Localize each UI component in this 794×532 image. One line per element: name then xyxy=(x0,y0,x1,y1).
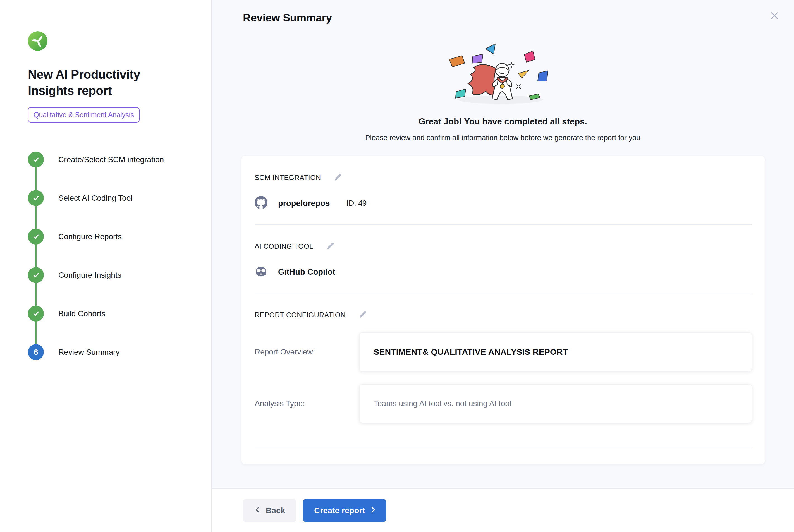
back-button[interactable]: Back xyxy=(243,499,296,522)
analysis-type-row: Analysis Type: Teams using AI tool vs. n… xyxy=(254,384,752,423)
report-configuration-heading: REPORT CONFIGURATION xyxy=(254,311,346,319)
step-completed-check-icon xyxy=(28,190,44,206)
step-current-number-badge: 6 xyxy=(28,344,44,360)
scm-integration-row: propelorepos ID: 49 xyxy=(254,196,752,210)
wizard-title: New AI Productivity Insights report xyxy=(28,66,179,99)
github-icon xyxy=(254,196,267,210)
step-completed-check-icon xyxy=(28,267,44,283)
chevron-right-icon xyxy=(370,506,377,515)
close-icon[interactable] xyxy=(768,10,781,22)
chevron-left-icon xyxy=(254,506,261,515)
step-completed-check-icon xyxy=(28,152,44,168)
edit-report-configuration-button[interactable] xyxy=(358,310,367,320)
completion-message: Great Job! You have completed all steps. xyxy=(212,117,794,127)
card-divider xyxy=(254,447,752,448)
ai-coding-tool-name: GitHub Copilot xyxy=(278,267,335,277)
step-completed-check-icon xyxy=(28,229,44,245)
report-overview-value: SENTIMENT& QUALITATIVE ANALYSIS REPORT xyxy=(374,347,568,357)
analysis-type-badge: Qualitative & Sentiment Analysis xyxy=(28,107,139,122)
wizard-stepper: Create/Select SCM integration Select AI … xyxy=(28,152,191,360)
summary-card: SCM INTEGRATION propelorepos ID: 49 xyxy=(242,156,765,464)
report-configuration-section: REPORT CONFIGURATION Report Overview: SE… xyxy=(254,293,752,448)
step-completed-check-icon xyxy=(28,306,44,322)
review-summary-panel: Review Summary xyxy=(212,0,794,532)
github-copilot-icon xyxy=(254,265,267,279)
panel-content: Great Job! You have completed all steps.… xyxy=(212,24,794,489)
analysis-type-label: Analysis Type: xyxy=(254,399,359,408)
report-overview-row: Report Overview: SENTIMENT& QUALITATIVE … xyxy=(254,332,752,372)
panel-title: Review Summary xyxy=(243,12,332,24)
report-overview-value-box: SENTIMENT& QUALITATIVE ANALYSIS REPORT xyxy=(359,332,752,372)
scm-integration-section: SCM INTEGRATION propelorepos ID: 49 xyxy=(254,156,752,225)
report-overview-label: Report Overview: xyxy=(254,347,359,357)
report-wizard-window: New AI Productivity Insights report Qual… xyxy=(0,0,794,532)
step-configure-insights[interactable]: Configure Insights xyxy=(28,267,191,283)
step-label: Configure Insights xyxy=(58,271,121,280)
propeller-logo-icon xyxy=(28,31,48,51)
step-label: Create/Select SCM integration xyxy=(58,155,164,164)
step-label: Select AI Coding Tool xyxy=(58,194,133,203)
scm-integration-heading: SCM INTEGRATION xyxy=(254,174,321,182)
superhero-celebration-illustration xyxy=(212,39,794,109)
analysis-type-value: Teams using AI tool vs. not using AI too… xyxy=(374,399,511,408)
step-label: Review Summary xyxy=(58,348,119,357)
step-label: Build Cohorts xyxy=(58,309,105,318)
scm-integration-name: propelorepos xyxy=(278,199,330,208)
wizard-sidebar: New AI Productivity Insights report Qual… xyxy=(0,0,212,532)
completion-instructions: Please review and confirm all informatio… xyxy=(212,133,794,142)
create-report-button[interactable]: Create report xyxy=(303,499,386,522)
step-label: Configure Reports xyxy=(58,232,122,241)
wizard-footer: Back Create report xyxy=(212,489,794,532)
ai-coding-tool-section: AI CODING TOOL xyxy=(254,225,752,293)
ai-coding-tool-row: GitHub Copilot xyxy=(254,265,752,279)
ai-coding-tool-heading: AI CODING TOOL xyxy=(254,242,313,250)
panel-header: Review Summary xyxy=(212,0,794,24)
step-create-select-scm-integration[interactable]: Create/Select SCM integration xyxy=(28,152,191,168)
step-review-summary[interactable]: 6 Review Summary xyxy=(28,344,191,360)
analysis-type-value-box: Teams using AI tool vs. not using AI too… xyxy=(359,384,752,423)
step-configure-reports[interactable]: Configure Reports xyxy=(28,229,191,245)
completion-hero: Great Job! You have completed all steps.… xyxy=(212,39,794,142)
step-build-cohorts[interactable]: Build Cohorts xyxy=(28,306,191,322)
edit-scm-integration-button[interactable] xyxy=(333,173,343,182)
scm-integration-id: ID: 49 xyxy=(346,199,366,208)
edit-ai-coding-tool-button[interactable] xyxy=(325,242,335,251)
step-select-ai-coding-tool[interactable]: Select AI Coding Tool xyxy=(28,190,191,206)
